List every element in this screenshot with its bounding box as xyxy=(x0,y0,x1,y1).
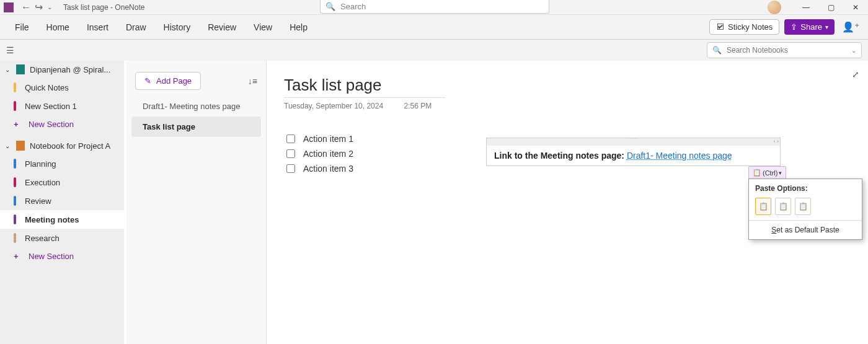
section-color-tab xyxy=(14,233,16,243)
section-item[interactable]: New Section 1 xyxy=(0,97,124,115)
sticky-notes-label: Sticky Notes xyxy=(728,22,773,32)
chevron-down-icon: ▾ xyxy=(825,24,828,30)
task-checkbox[interactable] xyxy=(286,164,295,173)
page-content[interactable]: ⤢ Task list page Tuesday, September 10, … xyxy=(267,61,868,344)
window-title: Task list page - OneNote xyxy=(63,3,144,12)
user-avatar[interactable] xyxy=(768,1,781,14)
maximize-button[interactable]: ▢ xyxy=(818,0,843,15)
share-button[interactable]: ⇪ Share ▾ xyxy=(784,19,835,35)
section-color-tab xyxy=(14,214,16,224)
chevron-down-icon: ▾ xyxy=(779,170,782,176)
notebook-search-box[interactable]: 🔍 Search Notebooks ⌄ xyxy=(707,42,862,58)
main-area: ⌄ Dipanjenah @ Spiral... Quick Notes New… xyxy=(0,61,868,344)
note-container-handle[interactable]: ‹ › xyxy=(487,138,780,146)
section-item[interactable]: Review xyxy=(0,192,124,210)
quick-access-dropdown[interactable]: ⌄ xyxy=(45,4,55,11)
clipboard-text-icon: 📋 xyxy=(799,202,808,211)
task-text[interactable]: Action item 3 xyxy=(303,164,353,174)
paste-merge-formatting[interactable]: 📋 xyxy=(775,198,791,215)
task-text[interactable]: Action item 2 xyxy=(303,149,353,159)
ribbon-tab-history[interactable]: History xyxy=(155,15,200,40)
sort-pages-button[interactable]: ↓≡ xyxy=(248,76,257,86)
sticky-notes-icon: 🗹 xyxy=(716,22,724,32)
section-label: Execution xyxy=(25,178,60,187)
ribbon-tab-view[interactable]: View xyxy=(245,15,281,40)
set-default-paste[interactable]: Set as Default Paste xyxy=(749,220,862,239)
navigation-toggle[interactable]: ☰ xyxy=(6,45,14,55)
sticky-notes-button[interactable]: 🗹 Sticky Notes xyxy=(709,19,779,35)
share-label: Share xyxy=(800,22,822,32)
sub-bar: ☰ 🔍 Search Notebooks ⌄ xyxy=(0,40,868,61)
notebook-search-placeholder: Search Notebooks xyxy=(727,46,788,55)
title-search-placeholder: Search xyxy=(340,2,366,11)
section-label: Review xyxy=(25,196,51,206)
notebook-header[interactable]: ⌄ Dipanjenah @ Spiral... xyxy=(0,61,124,78)
section-color-tab xyxy=(14,196,16,206)
section-color-tab xyxy=(14,82,16,92)
page-item[interactable]: Draft1- Meeting notes page xyxy=(131,96,261,117)
task-checkbox[interactable] xyxy=(286,135,295,143)
new-section-label: New Section xyxy=(29,252,74,261)
task-text[interactable]: Action item 1 xyxy=(303,134,353,144)
people-presence-button[interactable]: 👤⁺ xyxy=(839,19,862,35)
section-label: New Section 1 xyxy=(25,102,77,111)
close-button[interactable]: ✕ xyxy=(843,0,868,15)
note-container[interactable]: ‹ › Link to the Meeting notes page: Draf… xyxy=(486,138,781,166)
edit-icon: ✎ xyxy=(144,76,151,86)
pages-panel: ✎ Add Page ↓≡ Draft1- Meeting notes page… xyxy=(124,61,267,344)
expand-page-button[interactable]: ⤢ xyxy=(852,69,859,79)
paste-options-popup: Paste Options: 📋 📋 📋 Set as Default Past… xyxy=(748,179,862,240)
back-button[interactable]: ← xyxy=(20,2,32,13)
section-label: Quick Notes xyxy=(25,83,69,92)
paste-ctrl-chip[interactable]: 📋 (Ctrl) ▾ xyxy=(748,166,786,179)
note-container-body[interactable]: Link to the Meeting notes page: Draft1- … xyxy=(487,146,780,165)
plus-icon: + xyxy=(14,120,22,129)
new-section-button[interactable]: + New Section xyxy=(0,115,124,133)
page-item[interactable]: Task list page xyxy=(131,117,261,137)
paste-keep-source-formatting[interactable]: 📋 xyxy=(755,198,771,215)
clipboard-icon: 📋 xyxy=(753,169,761,177)
page-date: Tuesday, September 10, 2024 xyxy=(284,102,383,110)
new-section-button[interactable]: + New Section xyxy=(0,247,124,265)
ribbon-tab-home[interactable]: Home xyxy=(38,15,78,40)
forward-button[interactable]: ↪ xyxy=(32,1,45,13)
task-checkbox[interactable] xyxy=(286,149,295,158)
ribbon-tab-file[interactable]: File xyxy=(6,15,38,40)
chevron-down-icon[interactable]: ⌄ xyxy=(4,66,11,73)
link-label: Link to the Meeting notes page: xyxy=(494,151,627,161)
onenote-app-icon xyxy=(4,2,14,12)
new-section-label: New Section xyxy=(29,120,74,129)
add-page-label: Add Page xyxy=(156,76,192,86)
notebook-name: Dipanjenah @ Spiral... xyxy=(30,65,120,74)
notebook-sidebar: ⌄ Dipanjenah @ Spiral... Quick Notes New… xyxy=(0,61,124,344)
section-item[interactable]: Execution xyxy=(0,173,124,192)
ctrl-label: (Ctrl) xyxy=(763,169,777,177)
ribbon-tab-review[interactable]: Review xyxy=(199,15,245,40)
ribbon-tab-help[interactable]: Help xyxy=(281,15,316,40)
paste-options-header: Paste Options: xyxy=(749,179,862,198)
ribbon: File Home Insert Draw History Review Vie… xyxy=(0,15,868,40)
window-controls: — ▢ ✕ xyxy=(768,0,868,15)
add-page-button[interactable]: ✎ Add Page xyxy=(135,72,201,90)
notebook-name: Notebook for Project A xyxy=(30,141,120,151)
paste-keep-text-only[interactable]: 📋 xyxy=(795,198,811,215)
chevron-down-icon[interactable]: ⌄ xyxy=(851,47,856,54)
section-color-tab xyxy=(14,177,16,187)
notebook-icon xyxy=(16,141,25,151)
ribbon-tab-insert[interactable]: Insert xyxy=(78,15,117,40)
title-bar: ← ↪ ⌄ Task list page - OneNote 🔍 Search … xyxy=(0,0,868,15)
minimize-button[interactable]: — xyxy=(794,0,818,15)
ribbon-tab-draw[interactable]: Draw xyxy=(117,15,155,40)
section-item[interactable]: Quick Notes xyxy=(0,78,124,97)
notebook-header[interactable]: ⌄ Notebook for Project A xyxy=(0,137,124,154)
share-icon: ⇪ xyxy=(790,22,797,32)
page-title[interactable]: Task list page xyxy=(284,76,445,98)
section-item[interactable]: Planning xyxy=(0,154,124,173)
chevron-down-icon[interactable]: ⌄ xyxy=(4,143,11,149)
page-meta: Tuesday, September 10, 2024 2:56 PM xyxy=(284,102,851,110)
title-search-box[interactable]: 🔍 Search xyxy=(320,0,549,14)
section-item[interactable]: Meeting notes xyxy=(0,210,124,229)
page-link[interactable]: Draft1- Meeting notes page xyxy=(627,151,732,161)
section-color-tab xyxy=(14,101,16,111)
section-item[interactable]: Research xyxy=(0,229,124,247)
